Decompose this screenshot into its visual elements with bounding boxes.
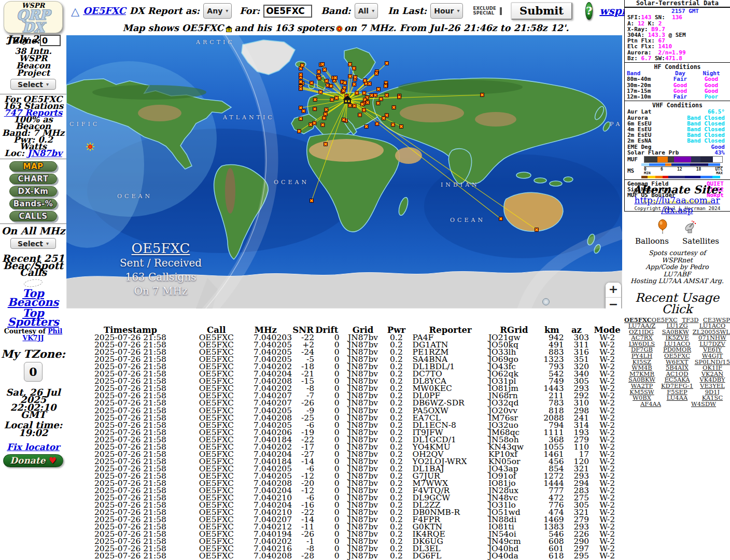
right-sidebar-lower: Alternate Site: http://lu7aa.com.ar /dx.… — [624, 180, 730, 407]
site-logo: WSPR QRP DX July 2025 — [4, 1, 63, 33]
map-button[interactable]: MAP — [9, 161, 57, 172]
alternate-site-link2[interactable]: /dx.asp — [624, 205, 730, 215]
ms-scale: 0 6 12 18 UTC MIN MAX — [644, 166, 723, 175]
solar-data-lines: SFI:143 SN: 136A: 12 K: 2X-Ray: B9.7304A… — [625, 15, 730, 61]
donate-button[interactable]: Donate ♥ — [3, 454, 63, 467]
band-label: Band: — [321, 6, 351, 16]
recent-usage-link[interactable]: AF4AA — [624, 401, 677, 408]
ms-row: MS 0 6 12 18 UTC MIN MAX — [625, 166, 730, 175]
my-tzone-value-button[interactable]: 0 — [24, 362, 43, 382]
band-select-top[interactable]: All ▾ — [355, 3, 378, 19]
zoom-out-button[interactable]: − — [606, 297, 621, 309]
in-last-select[interactable]: Hour ▾ — [430, 3, 463, 19]
phil-link[interactable]: Phil — [48, 327, 62, 335]
dx-km-button[interactable]: DX-Km — [9, 186, 57, 197]
tzone-label: TZone: — [6, 36, 40, 45]
solar-title: Solar-Terrestrial Data — [625, 0, 730, 8]
spots-table: Timestamp Call MHz SNR Drift Grid Pwr Re… — [67, 327, 625, 560]
gmt-datetime: Sat, 26 Jul 2025 22:02:10 GMT — [0, 389, 66, 419]
map-caption: Map shows OE5FXCand his 163 spoterson 7 … — [68, 23, 623, 34]
recent-usage-link[interactable]: LU4AA — [659, 395, 695, 401]
home-icon — [225, 25, 233, 32]
logo-qrpdx: QRP DX — [4, 9, 62, 34]
spot-marker-icon — [336, 25, 343, 32]
balloon-icon[interactable] — [657, 219, 668, 234]
locator-row: Loc: JN87bv — [0, 150, 66, 157]
credits: Spots courtesy of WSPRnet App/Code by Pe… — [624, 249, 730, 285]
sun-icon — [86, 143, 94, 151]
alternate-site-link[interactable]: http://lu7aa.com.ar — [624, 195, 730, 205]
chevron-down-icon: ▾ — [457, 7, 459, 15]
vk7jj-link[interactable]: VK7JJ — [22, 334, 44, 342]
exclude-special-label: EXCLUDE SPECIAL — [473, 6, 496, 16]
recent-usage-link[interactable]: W4SDW — [677, 401, 730, 408]
map-attribution-icon[interactable] — [542, 298, 550, 305]
report-as-select[interactable]: Any ▾ — [203, 3, 232, 19]
station-stats: For OE5FXC 163 Stations 747 Reports 100%… — [0, 96, 66, 157]
header-callsign-link[interactable]: OE5FXC — [83, 6, 126, 16]
recent-calls-label: Recent 251 Beac/Spott Calls — [0, 255, 66, 276]
satellites-label[interactable]: Satellites — [682, 237, 719, 245]
in-last-label: In Last: — [388, 6, 427, 16]
divider — [0, 159, 66, 159]
ms-bar — [641, 176, 720, 178]
report-as-label: DX Report as: — [130, 6, 200, 16]
courtesy-note: Courtesy of Phil VK7JJ — [0, 328, 66, 341]
chevron-down-icon: ▾ — [46, 240, 49, 247]
for-label: For: — [240, 6, 260, 16]
exclude-special-checkbox[interactable] — [500, 7, 502, 15]
left-sidebar: WSPR QRP DX July 2025 TZone: 38 Intn. WS… — [0, 0, 66, 560]
muf-sub-bar — [641, 163, 720, 166]
project-title: 38 Intn. WSPR Beacon Project — [0, 48, 66, 77]
locator-link[interactable]: JN87bv — [27, 148, 62, 158]
vhf-rows: Aur Lat66.5°AuroraBand Closed6m EsEUBand… — [625, 109, 730, 156]
world-map-svg — [66, 35, 622, 309]
chevron-down-icon: ▾ — [226, 7, 228, 15]
hf-rows: 80m-40mFairGood30m-20mGoodGood17m-15mGoo… — [625, 76, 730, 100]
chevron-down-icon: ▾ — [46, 81, 49, 88]
map-zoom-control: + − — [606, 283, 621, 309]
wspr-qrp-dx-page: WSPR QRP DX July 2025 TZone: 38 Intn. WS… — [0, 0, 730, 560]
tzone-input[interactable] — [40, 35, 61, 46]
fix-locator-link[interactable]: Fix locator — [7, 443, 60, 452]
muf-bar — [644, 156, 723, 163]
my-tzone-label: My TZone: — [0, 348, 66, 360]
tzone-row: TZone: — [0, 35, 66, 46]
top-beacons-link[interactable]: Top Beacons — [0, 289, 66, 306]
muf-bar-row: MUF — [625, 156, 730, 163]
band-select[interactable]: Select ▾ — [10, 79, 56, 90]
help-icon[interactable]: ? — [585, 2, 593, 20]
chevron-down-icon: ▾ — [372, 7, 374, 15]
recent-usage-grid: OE5FXCOE5FXCTF3DCE3WSPLU7AA/ZLU1ZGLU1ACO… — [624, 317, 730, 408]
alternate-site-title: Alternate Site: — [624, 184, 730, 195]
triangle-icon: △ — [71, 5, 79, 18]
callsign-input[interactable] — [263, 5, 312, 18]
bands-pct-button[interactable]: Bands-% — [9, 199, 57, 209]
world-map[interactable]: ARCTIC ATLANTIC OCEAN CIFIC PA OCEAN IND… — [66, 35, 622, 309]
all-mhz-select[interactable]: Select ▾ — [10, 238, 56, 249]
heart-icon: ♥ — [48, 455, 56, 466]
zoom-in-button[interactable]: + — [606, 283, 621, 297]
table-row: 2025-07-26 21:58OE5FXC7.040208-280JN87bv… — [67, 552, 625, 559]
divider — [0, 223, 66, 224]
solar-terrestrial-panel: Solar-Terrestrial Data 2157 GMT SFI:143 … — [624, 0, 730, 212]
header-toolbar: △ OE5FXC DX Report as: Any ▾ For: Band: … — [67, 1, 647, 21]
on-all-mhz-label: On All MHz — [0, 226, 66, 236]
top-spotters-link[interactable]: Top Spotters — [0, 309, 66, 326]
satellite-icon[interactable] — [683, 220, 697, 234]
recent-usage-title: Recent Usage Click — [624, 292, 730, 315]
local-time: Local time: 19:02 — [0, 421, 66, 437]
calls-button[interactable]: CALLS — [9, 211, 57, 221]
submit-button[interactable]: Submit — [511, 2, 572, 20]
chart-button[interactable]: CHART — [9, 174, 57, 184]
balloons-label[interactable]: Balloons — [635, 237, 669, 245]
